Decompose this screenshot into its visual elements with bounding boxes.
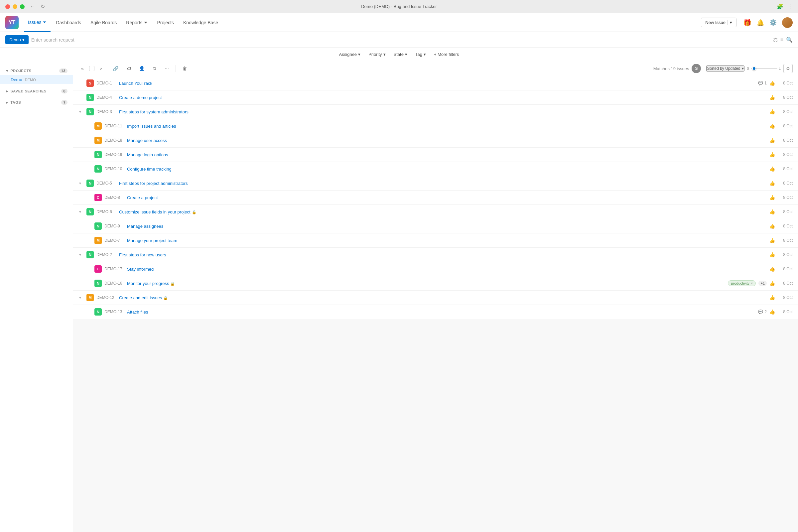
select-all-checkbox[interactable] [89,66,94,71]
table-row[interactable]: C DEMO-8 Create a project 👍 8 Oct [73,191,798,205]
expand-icon[interactable]: ▼ [78,296,84,300]
table-row[interactable]: M DEMO-7 Manage your project team 👍 8 Oc… [73,233,798,248]
slider-thumb[interactable] [752,66,756,71]
logo[interactable]: YT [5,16,19,29]
issue-title-link[interactable]: Manage assignees [127,224,163,229]
demo-project-button[interactable]: Demo ▾ [5,35,28,44]
nav-agile-boards[interactable]: Agile Boards [87,13,121,32]
assignee-filter[interactable]: Assignee ▾ [336,51,364,58]
issue-title[interactable]: Stay informed [127,267,767,272]
table-row[interactable]: N DEMO-9 Manage assignees 👍 8 Oct [73,219,798,233]
puzzle-icon[interactable]: 🧩 [777,3,783,10]
issue-title[interactable]: Monitor your progress🔒 [127,281,725,286]
tag-badge[interactable]: productivity × [728,280,756,286]
table-row[interactable]: N DEMO-4 Create a demo project 👍 8 Oct [73,91,798,105]
nav-dashboards[interactable]: Dashboards [52,13,85,32]
table-row[interactable]: ▼ N DEMO-2 First steps for new users 👍 8… [73,248,798,262]
search-input[interactable] [31,37,771,42]
filter-icon[interactable]: ⚖ [773,37,778,43]
table-row[interactable]: M DEMO-11 Import issues and articles 👍 8… [73,119,798,133]
issue-title-link[interactable]: Create and edit issues [119,295,162,300]
run-command-button[interactable]: > _ [97,65,108,73]
new-issue-button[interactable]: New Issue ▾ [701,18,737,27]
saved-searches-header[interactable]: ► SAVED SEARCHES 8 [0,87,73,95]
table-row[interactable]: ▼ N DEMO-6 Customize issue fields in you… [73,205,798,219]
like-button[interactable]: 👍 [770,224,775,229]
tag-button[interactable]: 🏷 [124,64,134,73]
table-row[interactable]: S DEMO-1 Launch YouTrack 💬1 👍 8 Oct [73,76,798,91]
issue-title[interactable]: First steps for new users [119,252,767,258]
like-button[interactable]: 👍 [770,124,775,129]
delete-button[interactable]: 🗑 [180,64,190,73]
issue-title-link[interactable]: Monitor your progress [127,281,169,286]
issue-title[interactable]: First steps for project administrators [119,181,767,186]
tag-filter[interactable]: Tag ▾ [412,51,429,58]
nav-issues[interactable]: Issues [24,13,51,32]
like-button[interactable]: 👍 [770,166,775,172]
issue-title-link[interactable]: Attach files [127,309,148,315]
tag-close-icon[interactable]: × [751,281,753,285]
table-row[interactable]: ▼ N DEMO-3 First steps for system admini… [73,105,798,119]
like-button[interactable]: 👍 [770,138,775,143]
issue-title[interactable]: Create and edit issues🔒 [119,295,767,300]
link-button[interactable]: 🔗 [110,64,121,73]
assign-button[interactable]: 👤 [136,64,147,73]
issue-title[interactable]: First steps for system administrators [119,109,767,114]
issue-title-link[interactable]: Stay informed [127,267,154,272]
avatar[interactable] [782,17,793,28]
issue-title[interactable]: Launch YouTrack [119,81,756,86]
like-button[interactable]: 👍 [770,266,775,272]
issue-title[interactable]: Manage user access [127,138,767,143]
table-row[interactable]: ▼ N DEMO-5 First steps for project admin… [73,176,798,191]
priority-filter[interactable]: Priority ▾ [365,51,389,58]
columns-icon[interactable]: ≡ [780,37,783,43]
list-settings-button[interactable]: ⚙ [783,64,793,73]
state-filter[interactable]: State ▾ [391,51,411,58]
slider-track[interactable] [751,68,777,69]
close-button[interactable] [5,4,10,9]
issue-title[interactable]: Manage login options [127,152,767,157]
nav-projects[interactable]: Projects [153,13,178,32]
table-row[interactable]: C DEMO-17 Stay informed 👍 8 Oct [73,262,798,276]
like-button[interactable]: 👍 [770,309,775,315]
expand-icon[interactable]: ▼ [78,182,84,185]
table-row[interactable]: ▼ M DEMO-12 Create and edit issues🔒 👍 8 … [73,291,798,305]
issue-title[interactable]: Attach files [127,309,756,315]
maximize-button[interactable] [20,4,25,9]
issue-title-link[interactable]: Import issues and articles [127,124,176,129]
ellipsis-icon[interactable]: ⋮ [787,3,793,10]
settings-icon[interactable]: ⚙️ [770,19,777,26]
nav-knowledge-base[interactable]: Knowledge Base [179,13,222,32]
minimize-button[interactable] [13,4,17,9]
notification-icon[interactable]: 🔔 [757,19,764,26]
nav-reports[interactable]: Reports [122,13,152,32]
collapse-all-button[interactable]: « [78,64,87,73]
table-row[interactable]: N DEMO-13 Attach files 💬2 👍 8 Oct [73,305,798,319]
like-button[interactable]: 👍 [770,238,775,243]
like-button[interactable]: 👍 [770,109,775,114]
sidebar-project-demo[interactable]: Demo DEMO [0,75,73,84]
issue-title[interactable]: Import issues and articles [127,124,767,129]
issue-title-link[interactable]: Manage your project team [127,238,177,243]
issue-title[interactable]: Manage your project team [127,238,767,243]
issue-title-link[interactable]: Create a demo project [119,95,162,100]
gift-icon[interactable]: 🎁 [743,19,752,26]
window-controls[interactable]: ← ↻ [5,3,45,10]
table-row[interactable]: N DEMO-19 Manage login options 👍 8 Oct [73,148,798,162]
like-button[interactable]: 👍 [770,281,775,286]
table-row[interactable]: N DEMO-16 Monitor your progress🔒 product… [73,276,798,291]
filter-user-avatar[interactable]: S [691,64,701,73]
more-actions-button[interactable]: ⋯ [162,65,172,73]
issue-title-link[interactable]: Manage user access [127,138,167,143]
like-button[interactable]: 👍 [770,80,775,86]
more-filters-button[interactable]: + More filters [431,51,462,58]
issue-title-link[interactable]: Configure time tracking [127,167,172,172]
expand-icon[interactable]: ▼ [78,110,84,114]
back-button[interactable]: ← [30,4,35,10]
refresh-button[interactable]: ↻ [41,3,45,10]
issue-title[interactable]: Create a project [127,195,767,200]
like-button[interactable]: 👍 [770,195,775,200]
like-button[interactable]: 👍 [770,95,775,100]
like-button[interactable]: 👍 [770,252,775,258]
like-button[interactable]: 👍 [770,295,775,300]
